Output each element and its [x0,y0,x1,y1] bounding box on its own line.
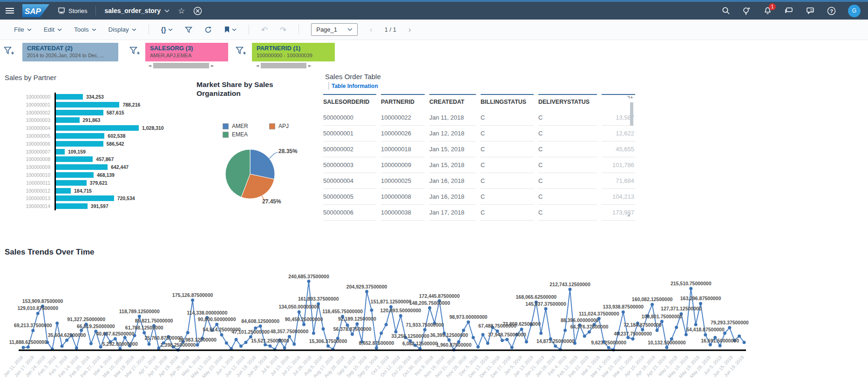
scroll-right-icon[interactable]: ► [211,63,214,68]
table-cell[interactable]: C [538,157,597,173]
data-point[interactable] [665,346,668,349]
data-point[interactable] [65,339,68,342]
bar[interactable] [56,203,88,209]
table-cell[interactable]: Jan 15, 2018 [429,157,476,173]
feedback-chat-icon[interactable] [806,7,815,15]
scroll-up-icon[interactable]: ▲ [630,95,634,100]
table-cell[interactable]: C [481,110,534,126]
data-point[interactable] [307,280,311,283]
table-row[interactable]: 500000002100000018Jan 15, 2018CC45,655 [323,141,635,157]
add-filter-icon[interactable] [236,47,246,58]
bar[interactable] [56,172,94,178]
table-cell[interactable]: C [538,110,597,126]
data-point[interactable] [588,330,591,334]
data-point[interactable] [656,329,659,332]
bar[interactable] [56,180,87,186]
data-point[interactable] [385,323,388,326]
table-cell[interactable]: 500000004 [323,173,376,189]
data-point[interactable] [196,343,199,347]
data-point[interactable] [31,329,34,332]
data-point[interactable] [520,328,523,331]
data-point[interactable] [728,326,731,329]
table-information-link[interactable]: Table Information [332,83,378,89]
data-point[interactable] [292,343,296,346]
table-cell[interactable]: C [481,157,534,173]
data-point[interactable] [312,332,315,335]
data-point[interactable] [525,340,528,343]
stories-nav[interactable]: Stories [58,7,87,14]
prev-page-button[interactable]: ‹ [370,25,373,34]
bookmark-button[interactable] [224,26,237,33]
data-point[interactable] [268,344,271,348]
table-cell[interactable]: 100000025 [381,173,425,189]
data-point[interactable] [351,333,354,336]
data-point[interactable] [583,335,586,338]
data-point[interactable] [501,339,504,342]
data-point[interactable] [554,344,557,348]
data-point[interactable] [631,337,635,341]
table-cell[interactable]: C [538,205,597,221]
data-point[interactable] [709,343,712,346]
data-point[interactable] [544,307,548,310]
table-cell[interactable]: 100000038 [381,205,425,221]
bar[interactable] [56,149,65,155]
menu-file[interactable]: File [14,26,32,33]
data-point[interactable] [36,312,40,315]
table-header-partnerid[interactable]: PARTNERID [381,94,425,110]
data-point[interactable] [607,346,610,349]
scroll-right-icon[interactable]: ► [308,63,312,68]
data-point[interactable] [689,287,692,290]
filter-token-salesorg[interactable]: SALESORG (3) AMER,APJ,EMEA [145,43,228,61]
table-cell[interactable]: 500000005 [323,189,376,205]
data-point[interactable] [694,323,698,326]
data-point[interactable] [80,329,83,332]
menu-edit[interactable]: Edit [44,26,62,33]
page-select[interactable]: Page_1 [311,23,358,36]
data-point[interactable] [651,303,654,306]
help-icon[interactable]: ? [827,7,836,15]
filter-button[interactable] [185,27,192,33]
add-filter-icon[interactable] [4,47,14,58]
data-point[interactable] [510,346,514,349]
data-point[interactable] [114,337,117,340]
table-scrollbar[interactable]: ▲ [630,95,634,219]
data-point[interactable] [235,338,238,341]
comments-icon[interactable] [784,7,793,15]
story-title[interactable]: sales_order_story [104,7,170,14]
table-row[interactable]: 500000006100000038Jan 17, 2018CC173,987 [323,205,635,221]
table-cell[interactable]: C [538,126,597,141]
table-cell[interactable]: C [481,141,534,157]
data-point[interactable] [220,333,224,336]
table-row[interactable]: 500000000100000022Jan 11, 2018CC13,587 [323,110,635,126]
data-point[interactable] [191,298,194,302]
data-point[interactable] [259,324,262,328]
bar[interactable] [56,125,139,131]
table-cell[interactable]: 100000018 [381,141,425,157]
data-point[interactable] [399,314,402,317]
data-point[interactable] [380,332,383,335]
table-header-salesorderid[interactable]: SALESORDERID [323,94,376,110]
data-point[interactable] [486,342,489,345]
data-point[interactable] [472,336,475,339]
table-cell[interactable]: 100000022 [381,110,425,126]
data-point[interactable] [61,344,64,348]
scroll-thumb[interactable] [630,102,633,126]
bar[interactable] [56,110,103,115]
table-cell[interactable]: Jan 17, 2018 [429,205,476,221]
table-cell[interactable]: C [481,126,534,141]
table-cell[interactable]: 500000001 [323,126,376,141]
table-cell[interactable]: 500000003 [323,157,376,173]
data-point[interactable] [99,345,102,349]
table-cell[interactable]: C [538,141,597,157]
bar[interactable] [56,133,104,139]
data-point[interactable] [244,341,247,344]
hamburger-menu-icon[interactable] [6,8,14,13]
data-point[interactable] [239,344,243,348]
bar[interactable] [56,188,71,194]
data-point[interactable] [75,347,78,350]
data-point[interactable] [467,320,470,323]
data-point[interactable] [423,328,427,331]
data-point[interactable] [505,338,509,341]
data-point[interactable] [302,323,305,326]
table-header-createdat[interactable]: CREATEDAT [429,94,476,110]
